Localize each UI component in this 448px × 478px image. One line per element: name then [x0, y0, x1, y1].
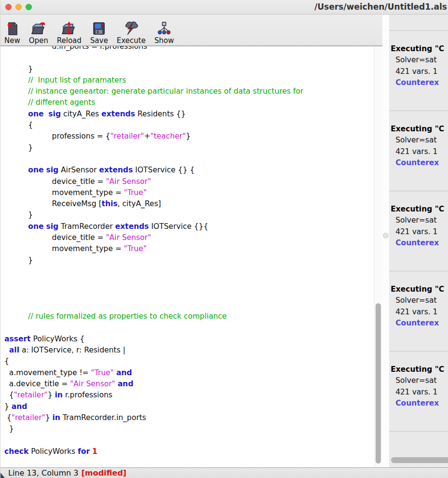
results-panel-spacer: [389, 14, 448, 30]
status-bar: Line 13, Column 3 [modified]: [0, 467, 448, 478]
code-line: one sig TramRecorder extends IOTService …: [4, 221, 374, 232]
show-button[interactable]: Show: [154, 20, 174, 44]
code-line: one sig cityA_Res extends Residents {}: [4, 109, 374, 120]
results-separator: [389, 431, 448, 432]
code-line: assert PolicyWorks {: [4, 334, 374, 345]
code-line: [4, 300, 374, 311]
code-line: }: [4, 210, 374, 221]
counterexample-link[interactable]: Counterex: [391, 238, 448, 249]
code-editor[interactable]: d.in_ports = r.professions } // Input li…: [0, 46, 382, 467]
code-line: movement_type = "True": [4, 243, 374, 254]
vars-info: 421 vars. 1: [391, 66, 448, 77]
editor-vertical-scrollbar-thumb[interactable]: [376, 303, 381, 464]
reload-button[interactable]: Reload: [57, 20, 82, 44]
code-line: } and: [4, 401, 374, 412]
splitter-knob-icon[interactable]: [383, 233, 389, 239]
code-line: [4, 266, 374, 277]
cursor-position: Line 13, Column 3: [8, 468, 79, 478]
toolbar: New Open: [0, 14, 382, 46]
code-line: all a: IOTService, r: Residents |: [4, 345, 374, 356]
execution-result-block: Executing "CSolver=sat421 vars. 1Counter…: [389, 111, 448, 191]
results-panel: Executing "CSolver=sat421 vars. 1Counter…: [389, 14, 448, 467]
code-line: // instance geneartor: generate particul…: [4, 86, 374, 97]
execution-result-block: Executing "CSolver=sat421 vars. 1Counter…: [389, 351, 448, 431]
code-line: }: [4, 142, 374, 154]
solver-info: Solver=sat: [391, 295, 448, 306]
code-line: // different agents: [4, 97, 374, 108]
counterexample-link[interactable]: Counterex: [391, 77, 448, 88]
code-line: one sig AirSensor extends IOTService {} …: [4, 165, 374, 176]
modified-badge: [modified]: [82, 468, 126, 478]
code-line: // rules formalized as properties to che…: [4, 311, 374, 322]
code-line: [4, 277, 374, 288]
code-line: {: [4, 356, 374, 367]
zoom-button[interactable]: [26, 4, 32, 10]
editor-vertical-scrollbar[interactable]: [374, 46, 382, 467]
code-line: a.movement_type != "True" and: [4, 367, 374, 379]
solver-info: Solver=sat: [391, 55, 448, 66]
code-line: ReceiveMsg [this, cityA_Res]: [4, 198, 374, 210]
execution-title: Executing "C: [391, 43, 448, 55]
solver-info: Solver=sat: [391, 375, 448, 386]
vars-info: 421 vars. 1: [391, 387, 448, 398]
results-horizontal-scrollbar-thumb[interactable]: [391, 457, 448, 463]
new-button-label: New: [4, 37, 20, 44]
code-line: }: [4, 64, 374, 75]
vars-info: 421 vars. 1: [391, 146, 448, 157]
code-line: {"retailer"} in r.professions: [4, 390, 374, 401]
code-line: }: [4, 255, 374, 266]
reload-button-label: Reload: [57, 37, 82, 44]
execution-title: Executing "C: [391, 364, 448, 375]
execute-button-label: Execute: [117, 37, 146, 44]
execution-result-block: Executing "CSolver=sat421 vars. 1Counter…: [389, 30, 448, 111]
code-line: movement_type = "True": [4, 187, 374, 198]
solver-info: Solver=sat: [391, 215, 448, 226]
show-button-label: Show: [154, 37, 174, 44]
execution-result-block: Executing "CSolver=sat421 vars. 1Counter…: [389, 271, 448, 351]
execute-lightning-icon: [123, 20, 140, 37]
reload-folder-icon: [61, 20, 77, 37]
execution-title: Executing "C: [391, 124, 448, 135]
code-line: [4, 289, 374, 300]
open-button-label: Open: [29, 37, 48, 44]
traffic-lights: [0, 4, 32, 10]
vars-info: 421 vars. 1: [391, 226, 448, 238]
code-line: [4, 322, 374, 333]
solver-info: Solver=sat: [391, 135, 448, 146]
code-line: a.device_title = "Air Sensor" and: [4, 379, 374, 390]
code-line: [4, 52, 374, 63]
code-line: professions = {"retailer"+"teacher"}: [4, 131, 374, 142]
new-file-icon: [5, 20, 19, 37]
vars-info: 421 vars. 1: [391, 307, 448, 318]
close-button[interactable]: [5, 4, 12, 10]
execute-button[interactable]: Execute: [117, 20, 146, 44]
new-button[interactable]: New: [4, 20, 20, 44]
code-line: {"retailer"} in TramRecorder.in_ports: [4, 412, 374, 423]
code-line: d.in_ports = r.professions: [4, 46, 374, 52]
execution-result-block: Executing "CSolver=sat421 vars. 1Counter…: [389, 191, 448, 271]
save-button-label: Save: [90, 37, 108, 44]
code-line: device_title = "Air Sensor": [4, 232, 374, 243]
code-text: d.in_ports = r.professions } // Input li…: [0, 46, 374, 457]
counterexample-link[interactable]: Counterex: [391, 157, 448, 169]
show-graph-icon: [157, 20, 171, 37]
code-line: check PolicyWorks for 1: [4, 446, 374, 457]
open-folder-icon: [31, 20, 46, 37]
title-bar: /Users/weichen/Untitled1.als: [0, 0, 448, 14]
pane-splitter[interactable]: [382, 14, 389, 467]
counterexample-link[interactable]: Counterex: [391, 398, 448, 409]
open-button[interactable]: Open: [29, 20, 48, 44]
code-line: {: [4, 120, 374, 131]
save-button[interactable]: Save: [90, 20, 108, 44]
execution-title: Executing "C: [391, 204, 448, 215]
minimize-button[interactable]: [15, 4, 22, 10]
code-line: device_title = "Air Sensor": [4, 176, 374, 187]
counterexample-link[interactable]: Counterex: [391, 318, 448, 329]
corner-wedge-icon: [0, 473, 5, 478]
window-title: /Users/weichen/Untitled1.als: [314, 2, 447, 12]
code-line: [4, 435, 374, 446]
code-line: [4, 154, 374, 165]
execution-title: Executing "C: [391, 284, 448, 295]
save-disk-icon: [92, 20, 106, 37]
code-line: // Input list of paramaters: [4, 75, 374, 86]
